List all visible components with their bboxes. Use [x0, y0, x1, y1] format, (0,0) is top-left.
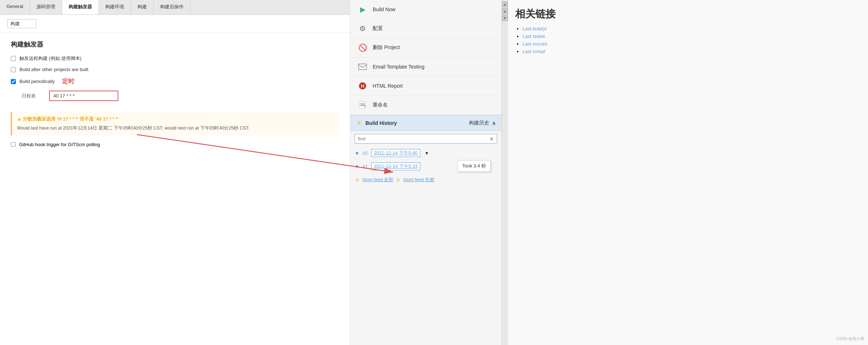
menu-label-settings: 配置 [373, 25, 383, 32]
build-search-input[interactable] [355, 134, 487, 143]
menu-label-rename: 重命名 [373, 102, 388, 108]
checkbox-periodic[interactable] [11, 79, 16, 84]
menu-label-report: HTML Report [373, 83, 403, 89]
build-tooltip-2: Took 3.4 秒 [457, 160, 491, 172]
list-item-last-build: Last build(# [522, 26, 861, 31]
list-item-last-success: Last succes [522, 41, 861, 47]
tab-bar: General 源码管理 构建触发器 构建环境 构建 构建后操作 [0, 0, 350, 15]
svg-text:H: H [361, 84, 364, 89]
scroll-up2-btn[interactable]: ▲ [502, 8, 508, 14]
build-num-1[interactable]: #1 [363, 164, 368, 169]
svg-rect-0 [359, 64, 367, 70]
collapse-icon[interactable]: ∧ [492, 120, 496, 126]
atom-feed-all-link[interactable]: Atom feed 全部 [362, 177, 393, 183]
build-time-2[interactable]: 2021-12-14 下午5:40 [371, 149, 420, 157]
email-icon [358, 62, 368, 72]
menu-item-settings[interactable]: ⚙ 配置 [350, 19, 501, 38]
rss-icon-fail: ⊙ [396, 177, 400, 183]
search-clear-button[interactable]: ✕ [487, 135, 497, 143]
tab-trigger[interactable]: 构建触发器 [62, 0, 99, 14]
report-icon: H [358, 81, 368, 91]
link-last-build[interactable]: Last build(# [522, 26, 547, 31]
trigger-row-after: Build after other projects are built [11, 67, 339, 72]
right-panel-title: 相关链接 [515, 7, 861, 21]
label-after: Build after other projects are built [19, 67, 88, 72]
scrollbar-panel: ▲ ▲ ▼ [501, 0, 508, 345]
checkbox-after[interactable] [11, 67, 16, 72]
periodic-badge: 定时 [62, 77, 74, 86]
content-area: 构建触发器 触发远程构建 (例如,使用脚本) Build after other… [0, 33, 350, 345]
menu-item-delete[interactable]: 🚫 删除 Project [350, 38, 501, 57]
checkbox-github[interactable] [11, 142, 16, 147]
scroll-up-btn[interactable]: ▲ [502, 1, 508, 7]
menu-item-rename[interactable]: 重命名 [350, 96, 501, 115]
build-dot-1: ● [355, 163, 359, 170]
list-item-last-stable: Last stable [522, 34, 861, 39]
tab-build[interactable]: 构建 [131, 0, 154, 14]
trigger-row-periodic: Build periodically 定时 [11, 77, 339, 86]
schedule-row: 日程表 [22, 91, 339, 101]
section-title: 构建触发器 [11, 40, 339, 49]
main-panel: General 源码管理 构建触发器 构建环境 构建 构建后操作 构建触发器 触… [0, 0, 350, 345]
label-remote: 触发远程构建 (例如,使用脚本) [19, 55, 82, 62]
svg-rect-3 [359, 102, 366, 108]
menu-label-email: Email Template Testing [373, 64, 424, 70]
build-time-1[interactable]: 2021-12-14 下午5:33 [371, 162, 420, 170]
rename-icon [358, 100, 368, 110]
scroll-down-btn[interactable]: ▼ [502, 15, 508, 21]
build-num-2[interactable]: #2 [363, 150, 368, 156]
build-row-2: ● #2 2021-12-14 下午5:40 ▼ Took 3.4 秒 [350, 147, 501, 160]
build-history-label: Build History [365, 120, 397, 126]
menu-item-build-now[interactable]: ▶ Build Now [350, 0, 501, 19]
settings-icon: ⚙ [358, 23, 368, 34]
build-history-header: ☀ Build History 构建历史 ∧ [350, 115, 501, 131]
atom-feed-row: ⊙ Atom feed 全部 ⊙ Atom feed 失败 [350, 173, 501, 187]
menu-item-report[interactable]: H HTML Report [350, 77, 501, 96]
schedule-input[interactable] [49, 91, 118, 101]
list-item-last-complete: Last compl [522, 49, 861, 54]
build-search-bar: ✕ [355, 134, 497, 144]
right-panel: 相关链接 Last build(# Last stable Last succe… [508, 0, 868, 345]
github-row: GitHub hook trigger for GITScm polling [11, 142, 339, 147]
atom-feed-fail-link[interactable]: Atom feed 失败 [403, 177, 434, 183]
build-history-cn-label: 构建历史 [469, 120, 489, 126]
delete-icon: 🚫 [358, 43, 368, 53]
top-input[interactable] [7, 19, 36, 28]
schedule-label: 日程表 [22, 91, 43, 99]
checkbox-remote[interactable] [11, 56, 16, 61]
top-input-row [0, 15, 350, 33]
label-periodic: Build periodically [19, 79, 55, 84]
link-last-complete[interactable]: Last compl [522, 49, 545, 54]
build-history-title-group: ☀ Build History [356, 119, 397, 127]
tab-general[interactable]: General [0, 0, 30, 14]
tab-env[interactable]: 构建环境 [99, 0, 131, 14]
menu-label-build-now: Build Now [373, 6, 395, 12]
build-dot-2: ● [355, 150, 359, 156]
menu-item-email[interactable]: Email Template Testing [350, 57, 501, 77]
link-last-success[interactable]: Last succes [522, 41, 547, 47]
tab-post[interactable]: 构建后操作 [154, 0, 190, 14]
build-now-icon: ▶ [358, 4, 368, 14]
right-links-list: Last build(# Last stable Last succes Las… [515, 26, 861, 56]
label-github: GitHub hook trigger for GITScm polling [19, 142, 100, 147]
warning-body: Would last have run at 2021年12月14日 星期二 下… [17, 125, 334, 132]
watermark: CSDN @包小熊 [836, 336, 864, 341]
trigger-row-remote: 触发远程构建 (例如,使用脚本) [11, 55, 339, 62]
build-history: ☀ Build History 构建历史 ∧ ✕ ● #2 2021-12-14… [350, 115, 501, 345]
sun-icon: ☀ [356, 119, 362, 127]
link-last-stable[interactable]: Last stable [522, 34, 545, 39]
menu-label-delete: 删除 Project [373, 44, 400, 51]
warning-title: ▲ 分散负载应该用 'H 17 * * *' 而不是 '40 17 * * *' [17, 115, 334, 123]
warning-box: ▲ 分散负载应该用 'H 17 * * *' 而不是 '40 17 * * *'… [11, 112, 339, 135]
tab-source[interactable]: 源码管理 [30, 0, 62, 14]
menu-panel: ▶ Build Now ⚙ 配置 🚫 删除 Project Email Temp… [350, 0, 501, 345]
build-dropdown-2[interactable]: ▼ [425, 150, 429, 156]
rss-icon-all: ⊙ [355, 177, 359, 183]
